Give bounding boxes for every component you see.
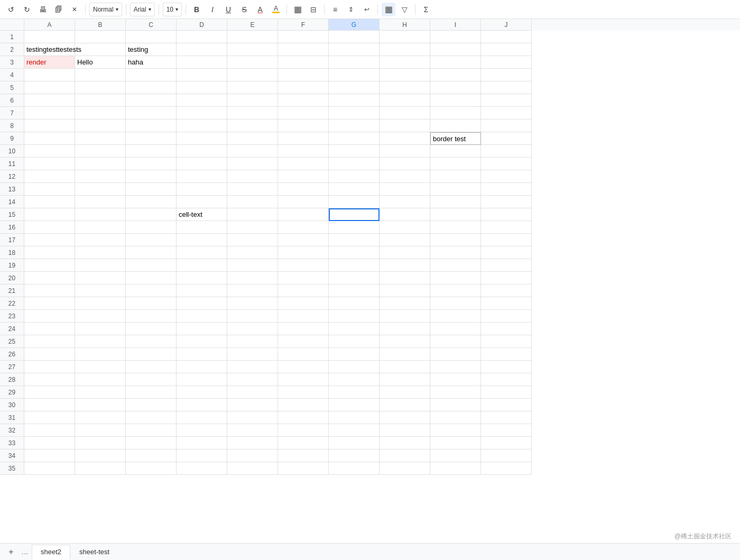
cell-C31[interactable]: [126, 411, 177, 424]
cell-G1[interactable]: [329, 31, 380, 43]
cell-D4[interactable]: [177, 69, 227, 81]
cell-C32[interactable]: [126, 424, 177, 437]
col-header-E[interactable]: E: [227, 19, 278, 31]
cell-J19[interactable]: [481, 259, 532, 272]
cell-H29[interactable]: [380, 386, 430, 399]
cell-D31[interactable]: [177, 411, 227, 424]
cell-H6[interactable]: [380, 94, 430, 107]
cell-E9[interactable]: [227, 132, 278, 145]
cell-J32[interactable]: [481, 424, 532, 437]
cell-I14[interactable]: [430, 196, 481, 208]
cell-E25[interactable]: [227, 335, 278, 348]
cell-G12[interactable]: [329, 170, 380, 183]
cell-F10[interactable]: [278, 145, 329, 158]
cell-A1[interactable]: [24, 31, 75, 43]
cell-I15[interactable]: [430, 208, 481, 221]
cell-G22[interactable]: [329, 297, 380, 310]
cell-H32[interactable]: [380, 424, 430, 437]
cell-I22[interactable]: [430, 297, 481, 310]
row-num-3[interactable]: 3: [0, 56, 24, 69]
cell-J9[interactable]: [481, 132, 532, 145]
cell-F8[interactable]: [278, 120, 329, 132]
cell-A26[interactable]: [24, 348, 75, 361]
cell-I6[interactable]: [430, 94, 481, 107]
cell-H19[interactable]: [380, 259, 430, 272]
cell-G10[interactable]: [329, 145, 380, 158]
cell-D34[interactable]: [177, 449, 227, 462]
cell-E3[interactable]: [227, 56, 278, 69]
cell-G8[interactable]: [329, 120, 380, 132]
row-num-7[interactable]: 7: [0, 107, 24, 120]
row-num-20[interactable]: 20: [0, 272, 24, 284]
cell-D30[interactable]: [177, 399, 227, 411]
cell-G4[interactable]: [329, 69, 380, 81]
row-num-6[interactable]: 6: [0, 94, 24, 107]
cell-C12[interactable]: [126, 170, 177, 183]
cell-C19[interactable]: [126, 259, 177, 272]
row-num-34[interactable]: 34: [0, 449, 24, 462]
cell-F18[interactable]: [278, 246, 329, 259]
row-num-13[interactable]: 13: [0, 183, 24, 196]
cell-H10[interactable]: [380, 145, 430, 158]
cell-J5[interactable]: [481, 81, 532, 94]
cell-E26[interactable]: [227, 348, 278, 361]
paint-format-button[interactable]: 🗐: [52, 3, 66, 16]
cell-I8[interactable]: [430, 120, 481, 132]
cell-I35[interactable]: [430, 462, 481, 475]
cell-B23[interactable]: [75, 310, 126, 323]
cell-D22[interactable]: [177, 297, 227, 310]
cell-G30[interactable]: [329, 399, 380, 411]
cell-B10[interactable]: [75, 145, 126, 158]
cell-A28[interactable]: [24, 373, 75, 386]
cell-I25[interactable]: [430, 335, 481, 348]
cell-G6[interactable]: [329, 94, 380, 107]
cell-F35[interactable]: [278, 462, 329, 475]
cell-C24[interactable]: [126, 323, 177, 335]
cell-F4[interactable]: [278, 69, 329, 81]
cell-C14[interactable]: [126, 196, 177, 208]
row-num-29[interactable]: 29: [0, 386, 24, 399]
cell-C4[interactable]: [126, 69, 177, 81]
row-num-10[interactable]: 10: [0, 145, 24, 158]
cell-J24[interactable]: [481, 323, 532, 335]
row-num-17[interactable]: 17: [0, 234, 24, 246]
row-num-19[interactable]: 19: [0, 259, 24, 272]
row-num-31[interactable]: 31: [0, 411, 24, 424]
cell-F27[interactable]: [278, 361, 329, 373]
cell-C9[interactable]: [126, 132, 177, 145]
cell-F16[interactable]: [278, 221, 329, 234]
cell-J4[interactable]: [481, 69, 532, 81]
cell-F9[interactable]: [278, 132, 329, 145]
cell-B11[interactable]: [75, 158, 126, 170]
cell-D23[interactable]: [177, 310, 227, 323]
cell-I27[interactable]: [430, 361, 481, 373]
cell-J26[interactable]: [481, 348, 532, 361]
cell-I10[interactable]: [430, 145, 481, 158]
cell-A12[interactable]: [24, 170, 75, 183]
cell-F1[interactable]: [278, 31, 329, 43]
valign-button[interactable]: ⇕: [344, 3, 358, 16]
cell-E23[interactable]: [227, 310, 278, 323]
row-num-25[interactable]: 25: [0, 335, 24, 348]
cell-H25[interactable]: [380, 335, 430, 348]
col-header-B[interactable]: B: [75, 19, 126, 31]
cell-C8[interactable]: [126, 120, 177, 132]
cell-A17[interactable]: [24, 234, 75, 246]
cell-G15[interactable]: [329, 208, 380, 221]
cell-A14[interactable]: [24, 196, 75, 208]
cell-J2[interactable]: [481, 43, 532, 56]
cell-B28[interactable]: [75, 373, 126, 386]
cell-D35[interactable]: [177, 462, 227, 475]
cell-H17[interactable]: [380, 234, 430, 246]
row-num-11[interactable]: 11: [0, 158, 24, 170]
cell-F31[interactable]: [278, 411, 329, 424]
cell-B1[interactable]: [75, 31, 126, 43]
italic-button[interactable]: I: [206, 3, 219, 16]
merge-cells-button[interactable]: ⊟: [307, 3, 320, 16]
cell-I16[interactable]: [430, 221, 481, 234]
font-color-button[interactable]: A: [253, 3, 267, 16]
cell-B20[interactable]: [75, 272, 126, 284]
cell-F28[interactable]: [278, 373, 329, 386]
cell-I19[interactable]: [430, 259, 481, 272]
cell-A3[interactable]: render: [24, 56, 75, 69]
